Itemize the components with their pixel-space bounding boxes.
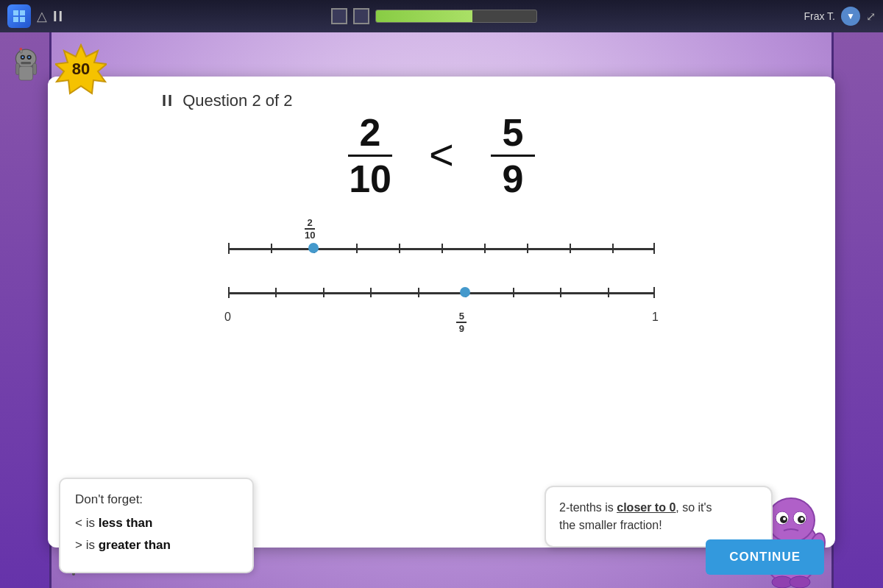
svg-text:80: 80 (72, 60, 90, 78)
score-badge-shape: 80 (55, 43, 107, 95)
svg-point-11 (19, 48, 22, 51)
expand-icon[interactable]: ⤢ (866, 10, 876, 24)
fraction-right-denominator: 9 (502, 160, 523, 198)
main-content-card: II Question 2 of 2 2 10 < 5 9 (48, 77, 835, 548)
number-line-2-wrapper (228, 279, 655, 305)
speech-bubble: 2-tenths is closer to 0, so it's the sma… (545, 486, 773, 548)
question-header: II Question 2 of 2 (162, 91, 292, 110)
hint-less-than: < is less than (75, 514, 238, 532)
hint-greater-than: > is greater than (75, 536, 238, 554)
left-decoration (0, 32, 52, 588)
right-decoration (831, 32, 883, 588)
number-line-1-container: 2 10 (228, 235, 655, 261)
number-line-labels-row: 0 5 9 1 (228, 311, 655, 325)
fraction-left-line (348, 155, 392, 157)
fraction-right: 5 9 (491, 113, 535, 198)
triangle-icon: △ (37, 8, 47, 24)
fraction-right-numerator: 5 (502, 113, 523, 152)
comparison-symbol: < (429, 130, 454, 179)
number-line-2 (228, 292, 655, 294)
user-name: Frax T. (804, 10, 835, 22)
nl1-fraction-label: 2 10 (305, 217, 315, 241)
top-bar-center (64, 8, 804, 24)
pause-button[interactable]: II (53, 8, 64, 25)
nl2-tick-4 (418, 288, 419, 297)
hint-box: Don't forget: < is less than > is greate… (59, 478, 254, 573)
bubble-text-part2: , so it's (675, 501, 712, 514)
nl1-cap-left (228, 243, 230, 254)
nl1-tick-1 (271, 244, 272, 253)
nl1-tick-7 (527, 244, 528, 253)
nl2-tick-3 (370, 288, 372, 297)
game-frame: △ II Frax T. ▼ ⤢ (0, 0, 883, 588)
nl2-tick-1 (275, 288, 277, 297)
svg-point-7 (22, 57, 24, 59)
fraction-left: 2 10 (348, 113, 392, 198)
robot-icon (6, 47, 46, 84)
svg-rect-14 (19, 66, 33, 80)
continue-button[interactable]: CONTINUE (706, 539, 824, 575)
svg-rect-3 (20, 17, 25, 22)
bubble-text-emphasis: closer to 0 (617, 501, 675, 514)
nl2-tick-7 (560, 288, 561, 297)
nl2-label-num: 5 (459, 311, 464, 322)
progress-bar (375, 10, 537, 23)
svg-rect-1 (20, 10, 25, 15)
nl2-cap-left (228, 287, 230, 298)
nl1-tick-4 (399, 244, 400, 253)
nl1-tick-6 (484, 244, 486, 253)
nl1-tick-3 (356, 244, 358, 253)
top-bar-left: △ II (7, 4, 64, 28)
game-icon (7, 4, 31, 28)
nl1-label-den: 10 (305, 230, 315, 241)
nl1-dot (308, 243, 319, 253)
svg-point-28 (790, 576, 810, 588)
user-avatar[interactable]: ▼ (841, 7, 860, 26)
square-icon-1 (331, 8, 347, 24)
svg-point-18 (767, 498, 815, 542)
number-line-2-container (228, 279, 655, 305)
hint-greater-than-bold: greater than (99, 538, 171, 552)
pause-indicator: II (162, 91, 174, 110)
svg-rect-9 (21, 62, 31, 64)
fraction-right-line (491, 155, 535, 157)
bubble-text: 2-tenths is closer to 0, so it's the sma… (559, 499, 758, 534)
nl1-tick-8 (570, 244, 571, 253)
number-lines-section: 2 10 (48, 235, 835, 325)
nl2-fraction-label: 5 9 (456, 311, 467, 334)
svg-point-24 (801, 517, 804, 520)
square-icon-2 (353, 8, 369, 24)
svg-rect-2 (13, 17, 18, 22)
bubble-text-line2: the smaller fraction! (559, 519, 662, 531)
score-badge: 80 (55, 43, 114, 102)
svg-rect-0 (13, 10, 18, 15)
progress-bar-fill (376, 10, 472, 22)
nl2-tick-2 (323, 288, 325, 297)
nl1-tick-9 (612, 244, 614, 253)
svg-point-8 (28, 57, 30, 59)
svg-point-23 (783, 517, 786, 520)
top-bar-right: Frax T. ▼ ⤢ (804, 7, 876, 26)
fraction-left-denominator: 10 (349, 160, 391, 198)
content-area: 80 II Question 2 of 2 2 10 < 5 (0, 32, 883, 588)
hint-title: Don't forget: (75, 492, 238, 507)
number-line-label-1: 1 (652, 311, 659, 324)
question-label: Question 2 of 2 (182, 91, 292, 110)
hint-less-than-bold: less than (99, 516, 153, 530)
nl1-tick-5 (442, 244, 443, 253)
number-line-1-wrapper: 2 10 (228, 235, 655, 261)
nl1-label-num: 2 (308, 217, 313, 228)
nl2-cap-right (653, 287, 655, 298)
bubble-text-part1: 2-tenths is (559, 501, 617, 514)
number-line-label-0: 0 (224, 311, 231, 324)
nl1-cap-right (653, 243, 655, 254)
fraction-left-numerator: 2 (360, 113, 381, 152)
nl2-dot (460, 287, 470, 297)
nl2-tick-8 (608, 288, 609, 297)
top-bar: △ II Frax T. ▼ ⤢ (0, 0, 883, 32)
nl2-label-den: 9 (459, 323, 464, 334)
nl2-tick-6 (513, 288, 514, 297)
svg-rect-13 (33, 63, 37, 75)
